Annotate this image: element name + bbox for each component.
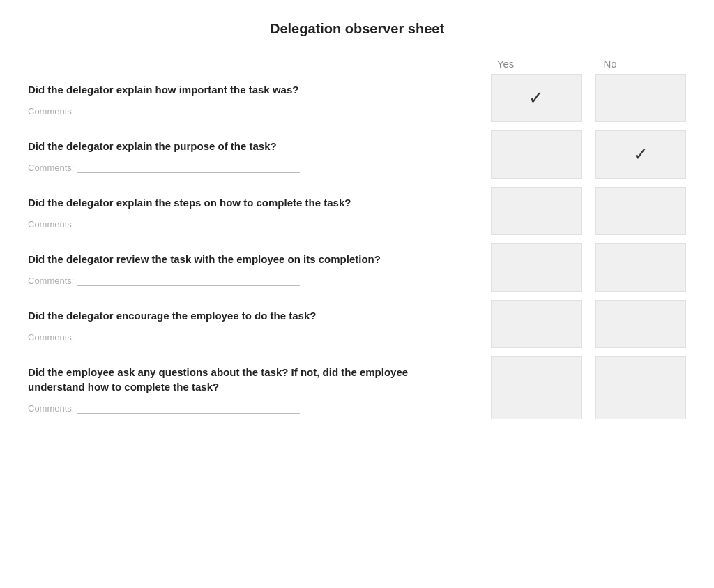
no-box-1[interactable] (595, 74, 686, 122)
yes-checkmark-1: ✓ (529, 87, 544, 109)
question-text-2: Did the delegator explain the purpose of… (28, 139, 446, 153)
yes-box-5[interactable] (491, 300, 582, 348)
no-box-6[interactable] (595, 356, 686, 419)
yes-box-6[interactable] (491, 356, 582, 419)
yes-box-4[interactable] (491, 243, 582, 292)
question-text-5: Did the delegator encourage the employee… (28, 308, 446, 323)
no-checkmark-2: ✓ (633, 144, 648, 165)
table-row: Did the delegator review the task with t… (28, 243, 686, 292)
page-title: Delegation observer sheet (28, 14, 686, 37)
comments-input-2[interactable] (77, 160, 300, 173)
yes-box-2[interactable] (491, 130, 582, 179)
question-text-1: Did the delegator explain how important … (28, 82, 446, 97)
table-row: Did the delegator explain the purpose of… (28, 130, 686, 179)
question-area-4: Did the delegator review the task with t… (28, 243, 460, 292)
comments-input-4[interactable] (77, 273, 300, 286)
question-text-3: Did the delegator explain the steps on h… (28, 195, 446, 210)
question-area-5: Did the delegator encourage the employee… (28, 300, 460, 348)
yes-column-header: Yes (460, 58, 551, 70)
comments-input-3[interactable] (77, 217, 300, 229)
question-area-3: Did the delegator explain the steps on h… (28, 187, 460, 235)
no-box-3[interactable] (595, 187, 686, 235)
table-row: Did the employee ask any questions about… (28, 356, 686, 419)
question-text-4: Did the delegator review the task with t… (28, 252, 446, 266)
question-text-6: Did the employee ask any questions about… (28, 365, 446, 394)
yes-box-1[interactable]: ✓ (491, 74, 582, 122)
table-row: Did the delegator encourage the employee… (28, 300, 686, 348)
no-box-2[interactable]: ✓ (595, 130, 686, 179)
question-area-2: Did the delegator explain the purpose of… (28, 130, 460, 179)
table-row: Did the delegator explain how important … (28, 74, 686, 122)
comments-label-6: Comments: (28, 403, 74, 414)
yes-box-3[interactable] (491, 187, 582, 235)
question-area-1: Did the delegator explain how important … (28, 74, 460, 122)
comments-label-5: Comments: (28, 332, 74, 342)
no-box-4[interactable] (595, 243, 686, 292)
comments-input-5[interactable] (77, 330, 300, 342)
no-column-header: No (565, 58, 655, 70)
comments-input-1[interactable] (77, 104, 300, 116)
comments-input-6[interactable] (77, 401, 300, 414)
table-row: Did the delegator explain the steps on h… (28, 187, 686, 235)
comments-label-4: Comments: (28, 276, 74, 286)
comments-label-1: Comments: (28, 106, 74, 116)
no-box-5[interactable] (595, 300, 686, 348)
comments-label-3: Comments: (28, 219, 74, 229)
question-area-6: Did the employee ask any questions about… (28, 356, 460, 419)
comments-label-2: Comments: (28, 163, 74, 173)
